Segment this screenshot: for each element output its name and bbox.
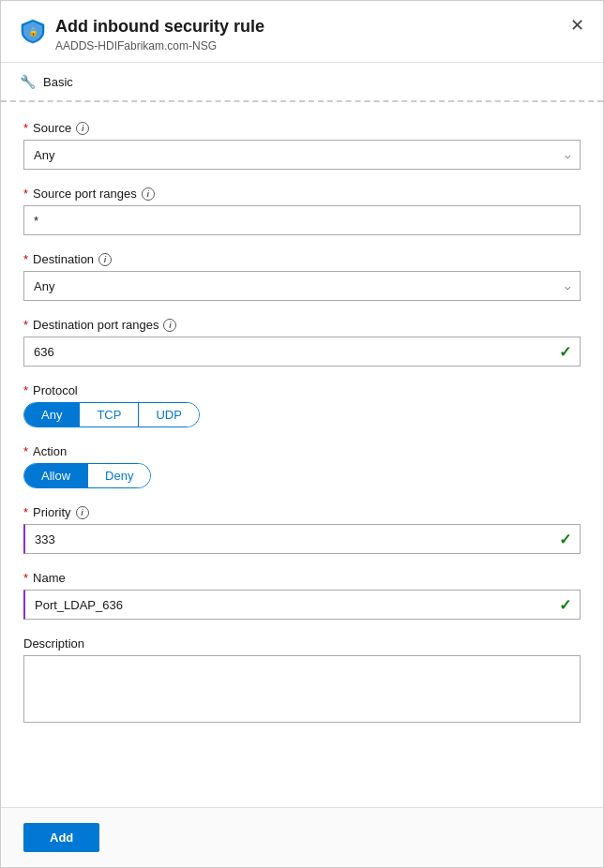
action-toggle-group: Allow Deny <box>23 463 151 488</box>
destination-group: * Destination i Any IP Addresses Service… <box>23 252 581 301</box>
destination-select-wrapper: Any IP Addresses Service Tag Application… <box>23 271 581 301</box>
description-textarea[interactable] <box>23 655 581 723</box>
protocol-toggle-group: Any TCP UDP <box>23 402 200 427</box>
name-input[interactable] <box>23 590 581 620</box>
source-port-required: * <box>23 187 28 201</box>
priority-label-text: Priority <box>33 505 70 519</box>
action-required: * <box>23 444 28 458</box>
destination-port-check-icon: ✓ <box>559 343 571 361</box>
add-inbound-security-rule-dialog: 🔒 Add inbound security rule AADDS-HDIFab… <box>0 0 604 868</box>
source-port-info-icon: i <box>142 187 155 201</box>
shield-icon: 🔒 <box>20 18 46 44</box>
source-port-label: * Source port ranges i <box>23 187 581 201</box>
protocol-udp-button[interactable]: UDP <box>139 403 198 427</box>
priority-input-wrapper: ✓ <box>23 524 581 554</box>
header-text-block: Add inbound security rule AADDS-HDIFabri… <box>55 16 584 52</box>
source-label-text: Source <box>33 121 71 135</box>
source-port-input[interactable] <box>23 205 581 235</box>
destination-port-label: * Destination port ranges i <box>23 318 581 332</box>
dialog-subtitle: AADDS-HDIFabrikam.com-NSG <box>55 39 584 52</box>
source-select[interactable]: Any IP Addresses Service Tag Application… <box>23 140 581 170</box>
priority-info-icon: i <box>76 506 89 519</box>
source-info-icon: i <box>76 122 89 135</box>
source-group: * Source i Any IP Addresses Service Tag … <box>23 121 581 170</box>
basic-tab-label: Basic <box>43 75 73 89</box>
priority-input[interactable] <box>23 524 581 554</box>
source-port-label-text: Source port ranges <box>33 187 137 201</box>
source-select-wrapper: Any IP Addresses Service Tag Application… <box>23 140 581 170</box>
dialog-footer: Add <box>1 807 603 867</box>
destination-port-input-wrapper: ✓ <box>23 337 581 367</box>
action-deny-button[interactable]: Deny <box>88 464 150 487</box>
priority-check-icon: ✓ <box>559 531 571 548</box>
priority-required: * <box>23 505 28 519</box>
protocol-any-button[interactable]: Any <box>24 403 80 427</box>
wrench-icon: 🔧 <box>20 74 36 89</box>
protocol-label: * Protocol <box>23 383 581 397</box>
basic-section-tab: 🔧 Basic <box>1 63 603 102</box>
source-required: * <box>23 121 28 135</box>
destination-port-ranges-group: * Destination port ranges i ✓ <box>23 318 581 367</box>
destination-label-text: Destination <box>33 252 94 266</box>
dialog-header: 🔒 Add inbound security rule AADDS-HDIFab… <box>1 1 603 63</box>
action-allow-button[interactable]: Allow <box>24 464 88 487</box>
destination-port-label-text: Destination port ranges <box>33 318 159 332</box>
name-label-text: Name <box>33 571 66 585</box>
name-group: * Name ✓ <box>23 571 581 620</box>
priority-group: * Priority i ✓ <box>23 505 581 554</box>
destination-port-input[interactable] <box>23 337 581 367</box>
name-required: * <box>23 571 28 585</box>
destination-port-required: * <box>23 318 28 332</box>
protocol-tcp-button[interactable]: TCP <box>80 403 139 427</box>
action-label: * Action <box>23 444 581 458</box>
priority-label: * Priority i <box>23 505 581 519</box>
protocol-required: * <box>23 383 28 397</box>
form-body: * Source i Any IP Addresses Service Tag … <box>1 102 603 807</box>
source-label: * Source i <box>23 121 581 135</box>
action-group: * Action Allow Deny <box>23 444 581 488</box>
description-label-text: Description <box>23 636 84 651</box>
description-label: Description <box>23 636 581 651</box>
destination-select[interactable]: Any IP Addresses Service Tag Application… <box>23 271 581 301</box>
protocol-label-text: Protocol <box>33 383 78 397</box>
destination-required: * <box>23 252 28 266</box>
destination-label: * Destination i <box>23 252 581 266</box>
description-group: Description <box>23 636 581 726</box>
name-check-icon: ✓ <box>559 596 571 614</box>
dialog-title: Add inbound security rule <box>55 16 584 37</box>
protocol-group: * Protocol Any TCP UDP <box>23 383 581 427</box>
destination-port-info-icon: i <box>163 319 176 332</box>
name-label: * Name <box>23 571 581 585</box>
close-button[interactable]: ✕ <box>566 14 588 37</box>
add-button[interactable]: Add <box>23 823 99 852</box>
svg-text:🔒: 🔒 <box>28 26 39 37</box>
destination-info-icon: i <box>98 253 112 266</box>
name-input-wrapper: ✓ <box>23 590 581 620</box>
action-label-text: Action <box>33 444 67 458</box>
source-port-ranges-group: * Source port ranges i <box>23 187 581 235</box>
